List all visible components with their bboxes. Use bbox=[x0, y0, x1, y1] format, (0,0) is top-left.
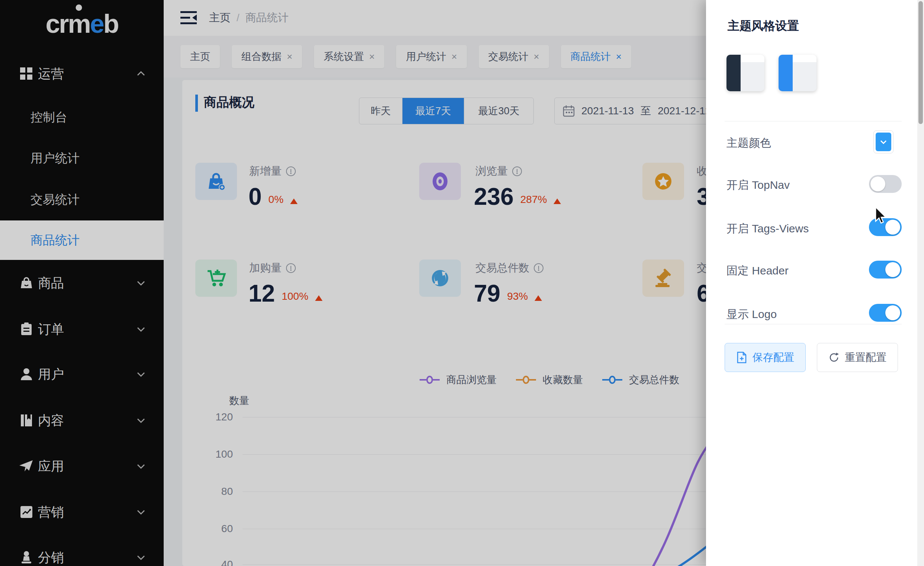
reset-icon bbox=[828, 352, 840, 363]
reset-config-label: 重置配置 bbox=[845, 351, 886, 364]
theme-thumb-header bbox=[793, 55, 816, 62]
theme-option-blue[interactable] bbox=[778, 55, 816, 91]
topnav-switch-label: 开启 TopNav bbox=[726, 178, 790, 193]
save-config-label: 保存配置 bbox=[753, 351, 794, 364]
theme-color-select[interactable] bbox=[873, 130, 894, 154]
file-plus-icon bbox=[736, 352, 747, 363]
page-scrollbar-thumb[interactable] bbox=[918, 1, 923, 124]
show-logo-switch-label: 显示 Logo bbox=[726, 307, 777, 322]
drawer-backdrop[interactable] bbox=[0, 0, 706, 566]
theme-thumb-header bbox=[741, 55, 764, 62]
theme-thumb-sidebar bbox=[778, 55, 793, 91]
drawer-title: 主题风格设置 bbox=[728, 18, 799, 34]
show-logo-toggle[interactable] bbox=[869, 304, 902, 322]
theme-option-dark[interactable] bbox=[726, 55, 764, 91]
topnav-toggle[interactable] bbox=[869, 175, 902, 193]
divider bbox=[724, 324, 902, 324]
toggle-knob bbox=[885, 306, 900, 320]
chevron-down-icon bbox=[879, 137, 888, 146]
fixed-header-toggle[interactable] bbox=[869, 260, 902, 278]
reset-config-button[interactable]: 重置配置 bbox=[817, 343, 898, 372]
toggle-knob bbox=[885, 262, 900, 277]
theme-color-swatch bbox=[876, 132, 891, 151]
fixed-header-switch-label: 固定 Header bbox=[726, 263, 789, 278]
theme-color-label: 主题颜色 bbox=[726, 135, 771, 151]
tags-views-switch-label: 开启 Tags-Views bbox=[726, 221, 808, 236]
save-config-button[interactable]: 保存配置 bbox=[724, 343, 806, 372]
mouse-cursor bbox=[875, 207, 889, 226]
theme-thumb-sidebar bbox=[726, 55, 741, 91]
app-root: crmeb 运营 控制台 用户统计 交易统计 商品统计 商品 bbox=[0, 0, 924, 566]
divider bbox=[724, 121, 902, 121]
toggle-knob bbox=[870, 176, 885, 191]
